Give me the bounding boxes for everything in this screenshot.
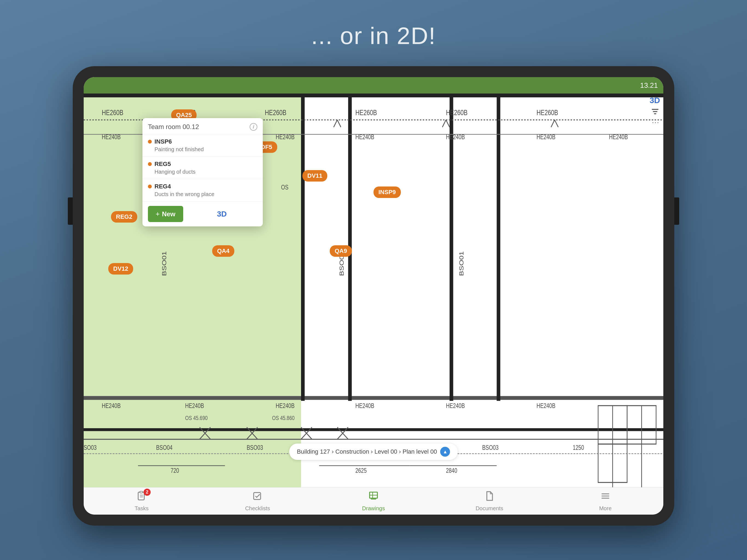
- tablet-screen: 13.21 HE260B H: [84, 77, 663, 515]
- svg-text:OS: OS: [281, 183, 288, 191]
- info-icon[interactable]: i: [250, 123, 257, 131]
- svg-line-66: [337, 427, 349, 439]
- version-number: 13.21: [640, 81, 658, 90]
- item-dot-0: [148, 140, 152, 144]
- svg-rect-6: [449, 94, 453, 401]
- item-dot-1: [148, 162, 152, 166]
- svg-text:720: 720: [171, 467, 179, 475]
- svg-text:HE240B: HE240B: [537, 402, 555, 410]
- svg-rect-73: [140, 491, 143, 493]
- svg-rect-69: [598, 444, 627, 482]
- drawings-icon: [368, 491, 379, 504]
- svg-line-48: [551, 120, 555, 127]
- svg-text:HE240B: HE240B: [102, 402, 121, 410]
- popup-actions: + New 3D: [143, 202, 263, 226]
- svg-line-45: [337, 120, 341, 127]
- page-title: ... or in 2D!: [311, 22, 436, 50]
- svg-line-61: [247, 427, 258, 439]
- nav-label-documents: Documents: [475, 505, 503, 512]
- item-id-2: REG4: [154, 183, 171, 190]
- more-options-icon[interactable]: ···: [652, 118, 660, 127]
- svg-line-63: [301, 427, 312, 439]
- documents-icon: [484, 491, 495, 504]
- popup-item-2[interactable]: REG4 Ducts in the wrong place: [143, 179, 263, 202]
- svg-rect-67: [598, 406, 627, 444]
- nav-item-documents[interactable]: Documents: [470, 491, 509, 512]
- nav-bar: 2 Tasks Checklists: [84, 487, 663, 515]
- item-id-0: INSP6: [154, 138, 172, 145]
- svg-text:HE240B: HE240B: [356, 133, 374, 141]
- filter-icon[interactable]: [651, 107, 660, 117]
- svg-text:HE260B: HE260B: [537, 108, 558, 117]
- svg-text:HE240B: HE240B: [185, 402, 204, 410]
- popup-item-1[interactable]: REG5 Hanging of ducts: [143, 157, 263, 179]
- svg-rect-76: [254, 492, 261, 499]
- svg-text:BSO01: BSO01: [458, 251, 465, 276]
- svg-line-49: [555, 120, 558, 127]
- blueprint-area[interactable]: HE260B HE260B HE260B HE260B HE260B HE260…: [84, 94, 663, 487]
- svg-text:BSO01: BSO01: [161, 251, 168, 276]
- tag-dv12[interactable]: DV12: [108, 263, 133, 275]
- svg-rect-1: [84, 396, 301, 487]
- svg-text:HE240B: HE240B: [609, 133, 628, 141]
- svg-text:BSO03: BSO03: [247, 443, 263, 451]
- popup-room-title: Team room 00.12: [148, 123, 199, 131]
- svg-rect-4: [301, 94, 305, 401]
- nav-item-more[interactable]: More: [586, 491, 624, 512]
- svg-line-47: [446, 120, 449, 127]
- svg-rect-2: [84, 94, 663, 97]
- svg-text:2625: 2625: [356, 467, 367, 475]
- tasks-badge: 2: [144, 489, 151, 496]
- checklists-icon: [252, 491, 263, 504]
- tag-qa9[interactable]: QA9: [330, 245, 352, 257]
- svg-text:OS 45.690: OS 45.690: [185, 414, 208, 422]
- svg-text:HE260B: HE260B: [446, 108, 468, 117]
- nav-label-more: More: [599, 505, 612, 512]
- nav-label-tasks: Tasks: [134, 505, 149, 512]
- svg-text:BSO03: BSO03: [482, 443, 499, 451]
- tablet-power-button: [674, 198, 679, 225]
- tablet-device: 13.21 HE260B H: [73, 66, 674, 526]
- svg-text:HE260B: HE260B: [356, 108, 377, 117]
- svg-text:BSO04: BSO04: [156, 443, 173, 451]
- new-button[interactable]: + New: [148, 206, 183, 222]
- popup-3d-button[interactable]: 3D: [186, 207, 257, 221]
- item-desc-1: Hanging of ducts: [148, 169, 257, 175]
- svg-line-62: [247, 427, 258, 439]
- popup-item-0[interactable]: INSP6 Painting not finished: [143, 134, 263, 157]
- nav-label-drawings: Drawings: [362, 505, 385, 512]
- svg-text:1250: 1250: [573, 443, 584, 451]
- tasks-icon-wrap: 2: [136, 491, 147, 504]
- breadcrumb-bar[interactable]: Building 127 › Construction › Level 00 ›…: [289, 443, 458, 460]
- item-id-1: REG5: [154, 160, 171, 168]
- app-header: 13.21: [84, 77, 663, 94]
- svg-text:HE240B: HE240B: [276, 402, 294, 410]
- svg-text:2840: 2840: [446, 467, 457, 475]
- corner-3d-button[interactable]: 3D: [650, 96, 660, 105]
- nav-item-checklists[interactable]: Checklists: [238, 491, 277, 512]
- svg-line-64: [301, 427, 312, 439]
- svg-rect-7: [497, 94, 500, 401]
- tag-dv11[interactable]: DV11: [302, 170, 327, 182]
- item-dot-2: [148, 184, 152, 188]
- svg-text:OS 45.860: OS 45.860: [272, 414, 294, 422]
- svg-line-59: [200, 427, 210, 439]
- popup-card: Team room 00.12 i INSP6 Painting not fin…: [143, 118, 263, 226]
- tablet-volume-button: [68, 198, 73, 225]
- nav-item-tasks[interactable]: 2 Tasks: [123, 491, 161, 512]
- tag-reg2[interactable]: REG2: [111, 211, 137, 223]
- breadcrumb-text: Building 127 › Construction › Level 00 ›…: [297, 448, 437, 455]
- item-desc-0: Painting not finished: [148, 146, 257, 153]
- svg-text:HE240B: HE240B: [102, 133, 121, 141]
- breadcrumb-expand-button[interactable]: ▲: [440, 447, 450, 457]
- nav-label-checklists: Checklists: [245, 505, 270, 512]
- tag-qa4[interactable]: QA4: [212, 245, 234, 257]
- svg-line-44: [334, 120, 337, 127]
- svg-line-60: [200, 427, 210, 439]
- svg-text:HE240B: HE240B: [276, 133, 294, 141]
- nav-item-drawings[interactable]: Drawings: [354, 491, 393, 512]
- tag-insp9[interactable]: INSP9: [374, 186, 401, 198]
- more-icon: [600, 491, 611, 504]
- svg-line-65: [337, 427, 349, 439]
- popup-header: Team room 00.12 i: [143, 118, 263, 134]
